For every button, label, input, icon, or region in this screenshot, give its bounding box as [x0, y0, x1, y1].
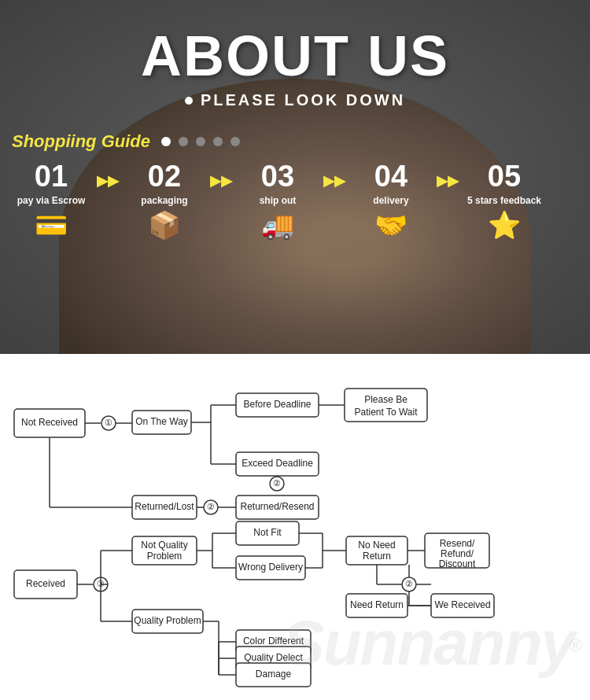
- no-need-return-text-2: Return: [363, 551, 391, 562]
- step-2-icon: 📦: [148, 209, 181, 241]
- subtitle-row: PLEASE LOOK DOWN: [185, 91, 405, 109]
- arrow-3: ▶▶: [323, 172, 345, 190]
- guide-dots: [161, 137, 240, 146]
- arrow-1: ▶▶: [97, 172, 119, 190]
- step-1-icon: 💳: [35, 209, 68, 241]
- step-4: 04 delivery 🤝: [352, 160, 430, 241]
- not-received-text: Not Received: [21, 417, 78, 428]
- flowchart-section: Sunnanny ® Not Received ① On The Way Bef…: [0, 354, 590, 700]
- step-2-number: 02: [148, 160, 181, 193]
- returned-resend-text: Returned/Resend: [240, 501, 314, 512]
- step-5: 05 5 stars feedback ⭐: [465, 160, 544, 241]
- we-received-text: We Received: [434, 599, 490, 610]
- returned-lost-text: Returned/Lost: [135, 501, 194, 512]
- shopping-guide-bar: Shoppiing Guide: [12, 131, 578, 152]
- step-3-label: ship out: [260, 195, 297, 206]
- step-1: 01 pay via Escrow 💳: [12, 160, 90, 241]
- guide-dot-5: [230, 137, 240, 146]
- step-1-number: 01: [35, 160, 68, 193]
- guide-dot-2: [179, 137, 188, 146]
- bullet-dot: [185, 97, 193, 105]
- arrow-4: ▶▶: [437, 172, 459, 190]
- resend-refund-text-3: Discount: [439, 558, 476, 569]
- damage-text: Damage: [256, 669, 292, 680]
- guide-dot-3: [196, 137, 205, 146]
- step-2-label: packaging: [141, 195, 187, 206]
- step-5-icon: ⭐: [488, 209, 521, 241]
- arrow-2: ▶▶: [210, 172, 232, 190]
- wrong-delivery-text: Wrong Delivery: [238, 562, 303, 573]
- circle-2a-text: ②: [273, 478, 281, 488]
- step-3: 03 ship out 🚚: [238, 160, 317, 241]
- quality-defect-text: Quality Delect: [244, 652, 303, 663]
- step-4-label: delivery: [373, 195, 408, 206]
- please-be-patient-text-1: Please Be: [364, 394, 407, 405]
- please-be-patient-text-2: Patient To Wait: [354, 407, 418, 418]
- step-1-label: pay via Escrow: [17, 195, 86, 206]
- circle-2b-text: ②: [207, 502, 215, 511]
- circle-2c-text: ②: [405, 579, 413, 588]
- steps-container: 01 pay via Escrow 💳 ▶▶ 02 packaging 📦 ▶▶…: [12, 160, 578, 241]
- no-need-return-text-1: No Need: [358, 540, 395, 551]
- step-5-number: 05: [488, 160, 521, 193]
- flowchart-svg: Not Received ① On The Way Before Deadlin…: [8, 362, 582, 700]
- on-the-way-text: On The Way: [135, 416, 188, 427]
- subtitle-text: PLEASE LOOK DOWN: [201, 91, 405, 109]
- not-fit-text: Not Fit: [253, 527, 282, 538]
- guide-dot-1: [161, 137, 171, 146]
- not-quality-problem-text-1: Not Quality: [141, 540, 187, 551]
- resend-refund-text-1: Resend/: [440, 538, 475, 549]
- shopping-guide-label: Shoppiing Guide: [12, 131, 150, 152]
- not-quality-problem-text-2: Problem: [147, 551, 183, 562]
- header-section: ABOUT US PLEASE LOOK DOWN Shoppiing Guid…: [0, 0, 590, 354]
- step-4-number: 04: [374, 160, 407, 193]
- step-3-icon: 🚚: [261, 209, 294, 241]
- resend-refund-text-2: Refund/: [441, 548, 474, 559]
- step-3-number: 03: [261, 160, 294, 193]
- exceed-deadline-text: Exceed Deadline: [242, 458, 313, 469]
- step-5-label: 5 stars feedback: [467, 195, 541, 206]
- step-2: 02 packaging 📦: [125, 160, 204, 241]
- need-return-text: Need Return: [350, 599, 404, 610]
- before-deadline-text: Before Deadline: [243, 399, 311, 410]
- circle-1-text: ①: [105, 418, 112, 427]
- page-title: ABOUT US: [141, 24, 449, 88]
- guide-dot-4: [213, 137, 223, 146]
- step-4-icon: 🤝: [374, 209, 407, 241]
- quality-problem-text: Quality Problem: [134, 615, 201, 626]
- received-text: Received: [26, 578, 65, 589]
- color-different-text: Color Different: [243, 636, 304, 647]
